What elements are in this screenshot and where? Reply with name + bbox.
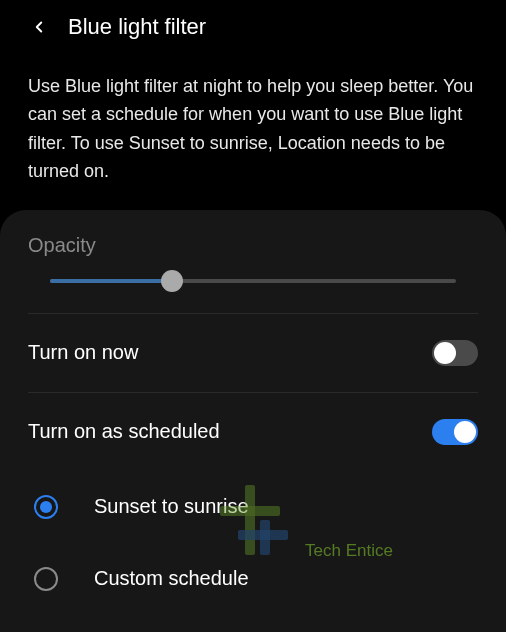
opacity-slider-thumb[interactable] [161, 270, 183, 292]
turn-on-now-toggle[interactable] [432, 340, 478, 366]
toggle-knob [434, 342, 456, 364]
toggle-knob [454, 421, 476, 443]
sunset-radio[interactable] [34, 495, 58, 519]
turn-on-scheduled-toggle[interactable] [432, 419, 478, 445]
back-icon[interactable] [28, 16, 50, 38]
page-description: Use Blue light filter at night to help y… [0, 54, 506, 210]
custom-radio[interactable] [34, 567, 58, 591]
page-title: Blue light filter [68, 14, 206, 40]
sunset-radio-label: Sunset to sunrise [94, 495, 249, 518]
turn-on-now-row[interactable]: Turn on now [0, 314, 506, 392]
opacity-slider[interactable] [28, 279, 478, 283]
header: Blue light filter [0, 0, 506, 54]
custom-schedule-row[interactable]: Custom schedule [0, 543, 506, 615]
settings-card: Opacity Turn on now Turn on as scheduled… [0, 210, 506, 632]
opacity-slider-fill [50, 279, 172, 283]
turn-on-scheduled-row[interactable]: Turn on as scheduled [0, 393, 506, 471]
opacity-section: Opacity [0, 210, 506, 313]
turn-on-scheduled-label: Turn on as scheduled [28, 420, 220, 443]
custom-radio-label: Custom schedule [94, 567, 249, 590]
turn-on-now-label: Turn on now [28, 341, 138, 364]
sunset-to-sunrise-row[interactable]: Sunset to sunrise [0, 471, 506, 543]
opacity-label: Opacity [28, 234, 478, 257]
